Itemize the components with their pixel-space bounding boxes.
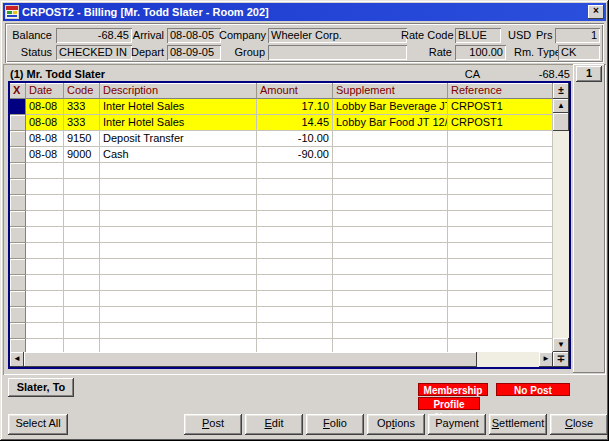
- cell-reference: [448, 275, 553, 291]
- cell-code: [64, 211, 100, 227]
- row-select-cell[interactable]: [10, 211, 26, 227]
- settlement-button[interactable]: Settlement: [489, 414, 547, 435]
- cell-code: [64, 195, 100, 211]
- cell-reference: [448, 227, 553, 243]
- membership-badge: Membership: [418, 383, 488, 396]
- payment-button[interactable]: Payment: [428, 414, 486, 435]
- cell-supplement: [333, 195, 448, 211]
- folio-button[interactable]: Folio: [306, 414, 364, 435]
- column-header-reference: Reference: [448, 83, 553, 99]
- cell-description: [100, 227, 257, 243]
- folio-subheader: (1) Mr. Todd Slater CA -68.45: [10, 66, 570, 81]
- folio-balance: -68.45: [480, 68, 570, 80]
- column-header-description: Description: [100, 83, 257, 99]
- cell-code: [64, 259, 100, 275]
- cell-amount: [257, 195, 333, 211]
- select-all-button[interactable]: Select All: [8, 414, 68, 435]
- cell-description: [100, 195, 257, 211]
- cell-description: [100, 291, 257, 307]
- cell-amount: [257, 339, 333, 352]
- cell-reference: [448, 259, 553, 275]
- row-select-cell[interactable]: [10, 259, 26, 275]
- prs-field: 1: [555, 28, 600, 43]
- h-scroll-thumb[interactable]: [24, 352, 477, 367]
- column-header-date: Date: [26, 83, 64, 99]
- empty-row: [10, 323, 553, 339]
- cell-reference: CRPOST1: [448, 115, 553, 131]
- company-label: Company: [219, 28, 265, 43]
- scroll-down-button[interactable]: ▼: [553, 338, 569, 352]
- cell-code: [64, 227, 100, 243]
- profile-notes-badge: Profile Notes: [418, 397, 480, 410]
- table-row[interactable]: 08-089150Deposit Transfer-10.00: [10, 131, 553, 147]
- empty-row: [10, 163, 553, 179]
- row-select-cell[interactable]: [10, 99, 26, 115]
- scroll-page-down-button[interactable]: ∓: [553, 352, 569, 367]
- v-scroll-track[interactable]: [553, 131, 569, 338]
- folio-page-button-1[interactable]: 1: [576, 66, 602, 82]
- row-select-cell[interactable]: [10, 147, 26, 163]
- row-select-cell[interactable]: [10, 339, 26, 352]
- cell-reference: [448, 179, 553, 195]
- table-row[interactable]: 08-08333Inter Hotel Sales17.10Lobby Bar …: [10, 99, 553, 115]
- column-header-amount: Amount: [257, 83, 333, 99]
- row-select-cell[interactable]: [10, 163, 26, 179]
- table-row[interactable]: 08-089000Cash-90.00: [10, 147, 553, 163]
- scroll-right-button[interactable]: ►: [539, 352, 553, 367]
- cell-reference: [448, 131, 553, 147]
- group-field[interactable]: [268, 45, 407, 60]
- prs-label: Prs: [536, 28, 552, 43]
- cell-code: 9150: [64, 131, 100, 147]
- cell-code: 333: [64, 115, 100, 131]
- row-select-cell[interactable]: [10, 195, 26, 211]
- row-select-cell[interactable]: [10, 227, 26, 243]
- cell-supplement: [333, 291, 448, 307]
- cell-description: [100, 259, 257, 275]
- scroll-page-up-button[interactable]: ±: [553, 83, 569, 99]
- close-button[interactable]: ×: [588, 5, 604, 19]
- cell-amount: 14.45: [257, 115, 333, 131]
- row-select-cell[interactable]: [10, 275, 26, 291]
- cell-reference: [448, 307, 553, 323]
- scroll-up-button[interactable]: ▲: [553, 99, 569, 113]
- cell-date: [26, 227, 64, 243]
- row-select-cell[interactable]: [10, 243, 26, 259]
- row-select-cell[interactable]: [10, 131, 26, 147]
- row-select-cell[interactable]: [10, 307, 26, 323]
- h-scrollbar[interactable]: ◄ ►: [10, 352, 553, 367]
- close-button[interactable]: Close: [550, 414, 608, 435]
- close-icon: ×: [593, 5, 599, 16]
- v-scroll-thumb[interactable]: [553, 113, 569, 131]
- row-select-cell[interactable]: [10, 323, 26, 339]
- edit-button[interactable]: Edit: [245, 414, 303, 435]
- row-select-cell[interactable]: [10, 115, 26, 131]
- cell-amount: [257, 243, 333, 259]
- v-scrollbar[interactable]: ± ▲ ▼ ∓: [553, 83, 569, 367]
- cell-description: Inter Hotel Sales: [100, 115, 257, 131]
- column-header-code: Code: [64, 83, 100, 99]
- guest-tab[interactable]: Slater, To: [8, 378, 74, 397]
- cell-date: [26, 243, 64, 259]
- folio-strip: 1: [573, 64, 605, 373]
- cell-description: [100, 275, 257, 291]
- h-scroll-track[interactable]: [24, 352, 539, 367]
- options-button[interactable]: Options: [367, 414, 425, 435]
- scroll-left-button[interactable]: ◄: [10, 352, 24, 367]
- action-buttons: PostEditFolioOptionsPaymentSettlementClo…: [184, 414, 608, 435]
- plus-minus-icon: ±: [558, 85, 564, 96]
- cell-date: [26, 163, 64, 179]
- cell-supplement: [333, 259, 448, 275]
- table-row[interactable]: 08-08333Inter Hotel Sales14.45Lobby Bar …: [10, 115, 553, 131]
- company-field[interactable]: Wheeler Corp.: [268, 28, 407, 43]
- row-select-cell[interactable]: [10, 179, 26, 195]
- post-button[interactable]: Post: [184, 414, 242, 435]
- header-panel: Balance -68.45 Arrival 08-08-05 Company …: [5, 23, 604, 63]
- cell-supplement: [333, 131, 448, 147]
- cell-code: [64, 179, 100, 195]
- currency-label: USD: [508, 28, 536, 43]
- cell-date: 08-08: [26, 99, 64, 115]
- empty-row: [10, 243, 553, 259]
- cell-date: [26, 323, 64, 339]
- row-select-cell[interactable]: [10, 291, 26, 307]
- minus-plus-icon: ∓: [557, 353, 565, 364]
